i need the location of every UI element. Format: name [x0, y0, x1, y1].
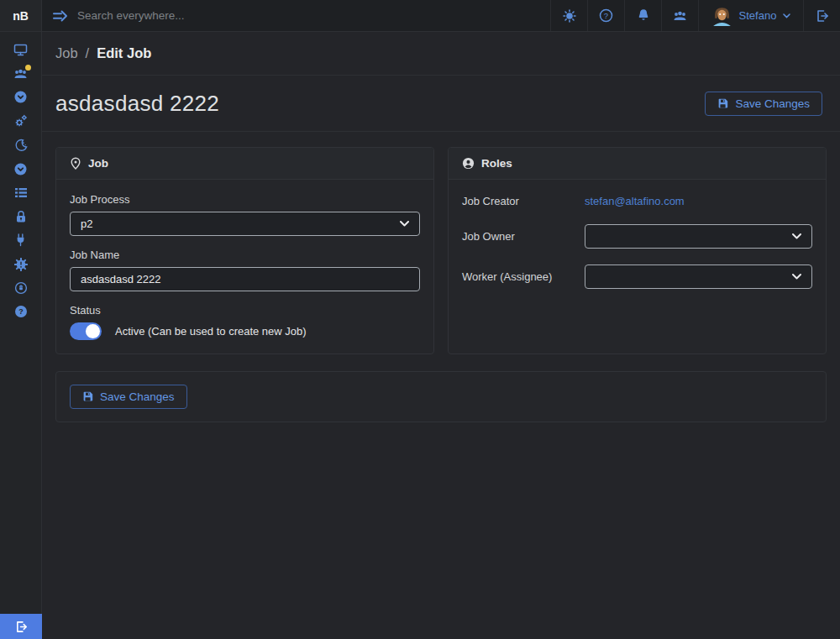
roles-card-title: Roles	[481, 157, 512, 170]
bell-icon[interactable]	[624, 0, 661, 31]
logout-icon	[15, 621, 28, 633]
job-card-header: Job	[56, 148, 433, 180]
job-creator-row: Job Creator stefan@altafino.com	[462, 193, 812, 208]
breadcrumb-parent[interactable]: Job	[55, 45, 78, 61]
circle-arrow-down-icon[interactable]	[0, 86, 42, 109]
roles-card-header: Roles	[449, 148, 826, 180]
lock-icon[interactable]	[0, 205, 42, 228]
title-bar: asdasdasd 2222 Save Changes	[42, 76, 840, 132]
svg-text:?: ?	[604, 11, 608, 20]
save-icon	[717, 98, 728, 109]
save-changes-label: Save Changes	[100, 390, 175, 403]
job-name-label: Job Name	[70, 249, 420, 261]
status-text: Active (Can be used to create new Job)	[115, 325, 307, 338]
status-label: Status	[70, 304, 420, 317]
save-icon	[82, 391, 93, 402]
app-logo[interactable]: nB	[0, 0, 42, 31]
chevron-down-icon	[783, 13, 790, 18]
security-dial-icon[interactable]	[0, 276, 42, 300]
menu-arrow-icon[interactable]	[42, 0, 77, 31]
chevron-down-icon	[792, 274, 801, 280]
job-name-input[interactable]	[70, 267, 420, 291]
save-changes-label: Save Changes	[735, 97, 810, 110]
job-owner-row: Job Owner	[462, 224, 812, 249]
save-changes-button-top[interactable]: Save Changes	[705, 92, 822, 116]
notification-dot	[25, 65, 31, 71]
content-area: Job Job Process p2 Job Name Status	[42, 132, 840, 437]
avatar	[711, 5, 732, 26]
breadcrumb: Job / Edit Job	[42, 32, 840, 76]
person-circle-icon	[462, 157, 475, 170]
logout-icon[interactable]	[803, 0, 840, 31]
help-circle-icon[interactable]: ?	[0, 300, 42, 323]
job-process-label: Job Process	[70, 193, 420, 206]
moon-stars-icon[interactable]	[0, 134, 42, 157]
user-name: Stefano	[739, 9, 777, 22]
save-changes-button-bottom[interactable]: Save Changes	[70, 385, 187, 409]
job-card-title: Job	[88, 157, 108, 170]
topbar: nB ? St	[0, 0, 840, 32]
help-circle-icon[interactable]: ?	[587, 0, 624, 31]
roles-card: Roles Job Creator stefan@altafino.com Jo…	[448, 147, 827, 354]
theme-sun-icon[interactable]	[550, 0, 587, 31]
users-icon[interactable]	[0, 61, 42, 85]
search-input[interactable]	[77, 0, 550, 31]
main-content: Job / Edit Job asdasdasd 2222 Save Chang…	[42, 32, 840, 639]
user-menu[interactable]: Stefano	[698, 0, 803, 31]
plug-icon[interactable]	[0, 228, 42, 252]
list-icon[interactable]	[0, 181, 42, 204]
chevron-down-icon	[400, 221, 409, 227]
bottom-save-panel: Save Changes	[55, 371, 827, 422]
job-creator-label: Job Creator	[462, 195, 585, 207]
gear-alert-icon[interactable]	[0, 253, 42, 276]
worker-select[interactable]	[585, 265, 812, 289]
job-process-select[interactable]: p2	[70, 212, 420, 236]
job-card: Job Job Process p2 Job Name Status	[55, 147, 434, 354]
users-group-icon[interactable]	[661, 0, 698, 31]
job-owner-select[interactable]	[585, 224, 812, 249]
map-pin-icon	[70, 157, 81, 170]
breadcrumb-separator: /	[86, 45, 90, 61]
toggle-knob	[86, 324, 100, 338]
chevron-down-icon	[792, 233, 801, 239]
gears-icon[interactable]	[0, 109, 42, 133]
worker-row: Worker (Assignee)	[462, 265, 812, 289]
monitor-icon[interactable]	[0, 38, 42, 61]
app-logo-text: nB	[13, 9, 29, 23]
job-process-value: p2	[81, 217, 92, 230]
svg-text:?: ?	[18, 308, 24, 317]
status-toggle[interactable]	[70, 322, 102, 340]
breadcrumb-current: Edit Job	[97, 45, 151, 61]
worker-label: Worker (Assignee)	[462, 270, 585, 283]
page-title: asdasdasd 2222	[55, 91, 219, 117]
sidebar-logout-button[interactable]	[0, 614, 42, 639]
job-owner-label: Job Owner	[462, 230, 585, 243]
circle-arrow-down-icon-2[interactable]	[0, 157, 42, 181]
job-creator-link[interactable]: stefan@altafino.com	[585, 195, 685, 207]
sidebar-nav: ?	[0, 32, 42, 639]
